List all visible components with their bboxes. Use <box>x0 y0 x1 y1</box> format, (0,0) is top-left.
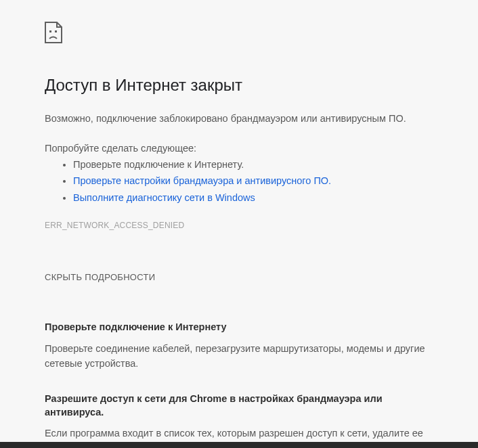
error-message: Возможно, подключение заблокировано бран… <box>45 112 433 127</box>
detail-heading: Проверьте подключение к Интернету <box>45 320 433 334</box>
suggestion-item: Выполните диагностику сети в Windows <box>73 189 433 206</box>
suggestion-list: Проверьте подключение к Интернету. Прове… <box>45 156 433 206</box>
taskbar-edge <box>0 442 478 448</box>
suggestion-item: Проверьте подключение к Интернету. <box>73 156 433 173</box>
windows-diagnostics-link[interactable]: Выполните диагностику сети в Windows <box>73 192 255 203</box>
detail-heading: Разрешите доступ к сети для Chrome в нас… <box>45 392 433 420</box>
firewall-settings-link[interactable]: Проверьте настройки брандмауэра и антиви… <box>73 175 331 186</box>
svg-rect-0 <box>49 30 51 32</box>
suggestion-text: Проверьте подключение к Интернету. <box>73 159 244 170</box>
details-section: Проверьте подключение к Интернету Провер… <box>45 320 433 448</box>
error-code: ERR_NETWORK_ACCESS_DENIED <box>45 221 433 230</box>
suggestion-item: Проверьте настройки брандмауэра и антиви… <box>73 173 433 189</box>
sad-page-icon <box>45 22 62 43</box>
detail-body: Проверьте соединение кабелей, перезагруз… <box>45 341 433 372</box>
svg-rect-1 <box>55 30 57 32</box>
error-page: Доступ в Интернет закрыт Возможно, подкл… <box>0 0 478 448</box>
error-heading: Доступ в Интернет закрыт <box>45 76 433 95</box>
toggle-details-button[interactable]: СКРЫТЬ ПОДРОБНОСТИ <box>45 272 155 282</box>
try-label: Попробуйте сделать следующее: <box>45 143 433 154</box>
